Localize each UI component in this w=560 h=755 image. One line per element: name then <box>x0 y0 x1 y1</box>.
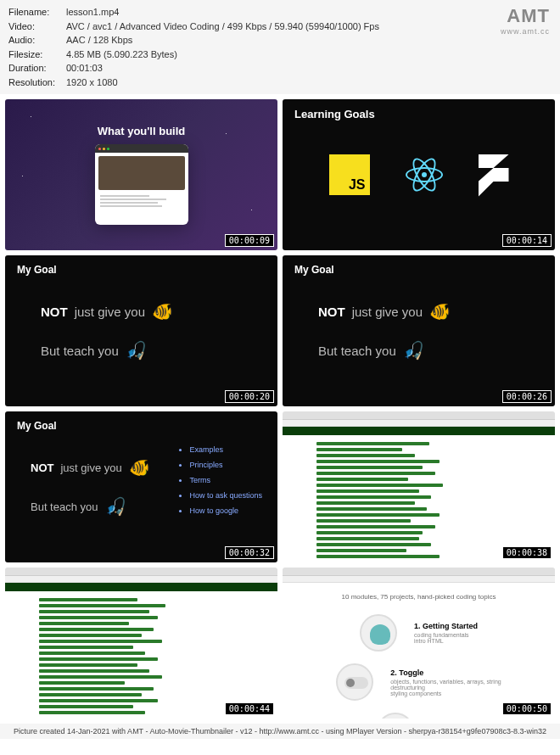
filename-value: lesson1.mp4 <box>66 5 119 20</box>
bullet-item: Terms <box>189 476 262 484</box>
fishing-pole-icon: 🎣 <box>105 496 126 517</box>
timestamp: 00:00:50 <box>502 702 552 715</box>
fish-icon: 🐠 <box>129 457 150 478</box>
goal-line-1: NOT just give you🐠 <box>318 301 545 322</box>
fish-icon: 🐠 <box>429 301 451 322</box>
slide-title: What you'll build <box>98 125 185 137</box>
browser-tab-bar <box>283 411 555 420</box>
timestamp: 00:00:26 <box>502 390 552 403</box>
slide-title: Learning Goals <box>294 108 375 120</box>
thumbnail-3[interactable]: My Goal NOT just give you🐠 But teach you… <box>5 255 277 406</box>
timestamp: 00:00:09 <box>225 234 274 247</box>
filesize-value: 4.85 MB (5.090.223 Bytes) <box>66 48 177 62</box>
bullet-item: Principles <box>189 461 262 469</box>
thumbnail-1[interactable]: What you'll build 00:00:09 <box>5 99 277 250</box>
metadata-header: AMT www.amt.cc Filename:lesson1.mp4 Vide… <box>0 0 560 94</box>
module-title: 1. Getting Started <box>414 622 478 630</box>
module-1: 1. Getting Started coding fundamentals i… <box>308 614 529 652</box>
filesize-label: Filesize: <box>8 48 66 62</box>
goal-line-1: NOT just give you🐠 <box>41 301 267 322</box>
audio-value: AAC / 128 Kbps <box>66 33 132 48</box>
react-icon <box>404 154 445 195</box>
timestamp: 00:00:32 <box>225 546 274 559</box>
site-nav-bar <box>5 583 277 591</box>
resolution-label: Resolution: <box>8 76 66 90</box>
video-label: Video: <box>8 20 66 34</box>
curriculum-list <box>283 435 555 562</box>
footer-credits: Picture created 14-Jan-2021 with AMT - A… <box>0 724 560 739</box>
browser-address-bar <box>283 420 555 427</box>
timestamp: 00:00:20 <box>225 390 274 403</box>
browser-address-bar <box>5 576 277 583</box>
thumbnail-2[interactable]: Learning Goals JS 00:00:14 <box>283 99 555 250</box>
goal-line-2: But teach you🎣 <box>318 340 545 361</box>
build-preview-frame <box>95 144 188 225</box>
slide-title: My Goal <box>294 264 334 276</box>
bullet-list: Examples Principles Terms How to ask que… <box>179 445 262 522</box>
slide-title: My Goal <box>17 420 57 432</box>
fish-icon: 🐠 <box>152 301 173 322</box>
bullet-item: How to google <box>189 506 262 515</box>
site-nav-bar <box>283 427 555 435</box>
browser-tab-bar <box>5 568 277 576</box>
browser-address-bar <box>283 576 555 583</box>
duration-label: Duration: <box>8 61 66 76</box>
amt-logo: AMT www.amt.cc <box>501 5 550 36</box>
module-icon <box>360 614 397 652</box>
module-3: 3. Slider <box>308 713 529 719</box>
fishing-pole-icon: 🎣 <box>403 340 424 361</box>
fishing-pole-icon: 🎣 <box>126 340 147 361</box>
goal-line-2: But teach you🎣 <box>41 340 267 361</box>
thumbnail-7[interactable]: 00:00:44 <box>5 568 277 719</box>
module-2: 2. Toggle objects, functions, variables,… <box>308 663 529 701</box>
filename-label: Filename: <box>8 5 66 20</box>
timestamp: 00:00:44 <box>225 702 274 715</box>
thumbnail-8[interactable]: 10 modules, 75 projects, hand-picked cod… <box>283 568 555 719</box>
logo-text: AMT <box>501 5 550 27</box>
bullet-item: How to ask questions <box>189 491 262 500</box>
bullet-item: Examples <box>189 445 262 454</box>
curriculum-list <box>5 591 277 719</box>
framer-icon <box>479 154 509 195</box>
thumbnail-4[interactable]: My Goal NOT just give you🐠 But teach you… <box>283 255 555 406</box>
thumbnail-5[interactable]: My Goal NOT just give you🐠 But teach you… <box>5 411 277 562</box>
resolution-value: 1920 x 1080 <box>66 76 118 90</box>
video-value: AVC / avc1 / Advanced Video Coding / 499… <box>66 20 379 34</box>
module-title: 2. Toggle <box>390 668 501 677</box>
timestamp: 00:00:38 <box>502 546 552 559</box>
browser-tab-bar <box>283 568 555 576</box>
curriculum-heading: 10 modules, 75 projects, hand-picked cod… <box>308 593 529 601</box>
slide-title: My Goal <box>17 264 57 276</box>
thumbnail-6[interactable]: 00:00:38 <box>283 411 555 562</box>
thumbnail-grid: What you'll build 00:00:09 Learning Goal… <box>0 94 560 724</box>
module-icon <box>336 663 373 701</box>
duration-value: 00:01:03 <box>66 61 103 76</box>
javascript-icon: JS <box>329 154 370 195</box>
module-icon <box>377 713 414 719</box>
logo-url: www.amt.cc <box>501 27 550 36</box>
audio-label: Audio: <box>8 33 66 48</box>
timestamp: 00:00:14 <box>502 234 552 247</box>
